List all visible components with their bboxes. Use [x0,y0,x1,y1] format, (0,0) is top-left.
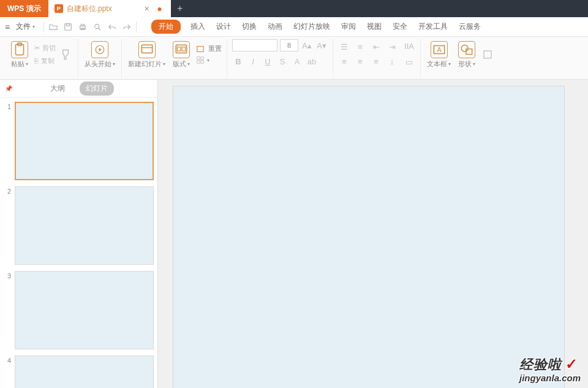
hamburger-icon[interactable]: ≡ [5,22,10,32]
slide-thumbnail[interactable]: 3 [2,271,154,349]
align-center-button[interactable]: ≡ [354,56,366,68]
layout-button[interactable]: 版式▾ [172,40,191,69]
svg-point-22 [461,45,468,51]
clipboard-group: 粘贴▾ ✂ 剪切 ⎘ 复制 [5,39,78,78]
increase-indent-button[interactable]: ⇥ [386,41,398,53]
divider [43,21,44,32]
text-direction-button[interactable]: IIA [403,40,415,53]
strike-button[interactable]: S [276,55,288,67]
font-group: 8 A▴ A▾ B I U S A ab [227,39,333,78]
line-spacing-button[interactable]: ↕ [386,56,398,68]
shapes-icon [458,41,475,58]
new-slide-button[interactable]: 新建幻灯片▾ [127,40,167,69]
tab-close-icon[interactable]: ✕ [144,5,149,13]
pin-icon[interactable]: 📌 [5,85,12,92]
canvas-area[interactable] [158,80,588,388]
save-icon[interactable] [64,23,72,31]
menubar: ≡ 文件 ▾ 开始 插入 设计 切换 动画 幻灯片放映 审阅 视图 [0,17,588,37]
font-color-button[interactable]: A [291,55,303,67]
decrease-font-icon[interactable]: A▾ [315,39,328,51]
slide-list[interactable]: 1 2 3 4 [0,98,157,388]
reset-button[interactable]: 重置 [196,44,222,53]
highlight-button[interactable]: ab [306,55,318,67]
underline-button[interactable]: U [262,55,274,67]
tab-animation[interactable]: 动画 [266,19,284,34]
decrease-indent-button[interactable]: ⇤ [370,41,382,53]
tab-modified-icon: ● [157,4,162,13]
slide-number: 2 [2,186,11,265]
slide-canvas[interactable] [173,86,565,388]
tab-insert[interactable]: 插入 [189,19,206,34]
app-tab-label: WPS 演示 [7,4,41,14]
svg-rect-14 [182,47,185,51]
slide-thumbnail[interactable]: 4 [2,356,154,388]
play-icon [91,41,108,58]
section-button[interactable]: ▾ [196,56,222,64]
new-tab-button[interactable]: + [171,0,189,17]
copy-button[interactable]: ⎘ 复制 [34,56,56,66]
svg-text:A: A [437,46,442,53]
numbering-button[interactable]: ≡ [354,41,366,53]
presentation-file-icon: P [55,4,63,13]
layout-icon [173,41,190,58]
tab-transition[interactable]: 切换 [241,19,258,34]
font-size-select[interactable]: 8 [280,39,298,51]
tab-cloud[interactable]: 云服务 [458,19,482,34]
bullets-button[interactable]: ☰ [338,41,350,53]
tab-view[interactable]: 视图 [366,19,383,34]
document-tab[interactable]: P 自建标位.pptx ✕ ● [48,0,171,17]
titlebar: WPS 演示 P 自建标位.pptx ✕ ● + [0,0,588,17]
slides-tab[interactable]: 幻灯片 [80,82,114,96]
redo-icon[interactable] [123,23,131,31]
file-menu-label: 文件 [16,21,31,32]
align-right-button[interactable]: ≡ [370,56,382,68]
quick-access-toolbar [49,23,131,31]
tab-dev[interactable]: 开发工具 [417,19,449,34]
shapes-button[interactable]: 形状▾ [457,40,477,69]
tab-security[interactable]: 安全 [391,19,409,34]
thumbnail-image [15,186,154,265]
cut-button[interactable]: ✂ 剪切 [34,44,56,53]
font-style-row: B I U S A ab [232,55,318,67]
clipboard-icon [11,41,28,58]
checkmark-icon: ✓ [565,356,578,373]
align-left-button[interactable]: ≡ [338,56,350,68]
align-text-button[interactable]: ▭ [403,56,415,69]
font-family-select[interactable] [232,39,277,51]
svg-line-6 [99,28,101,30]
drawing-group: A 文本框▾ 形状▾ [421,39,499,78]
svg-rect-18 [197,61,200,63]
bold-button[interactable]: B [232,55,244,67]
tab-design[interactable]: 设计 [215,19,232,34]
ribbon: 粘贴▾ ✂ 剪切 ⎘ 复制 从头开始▾ [0,37,588,80]
file-menu[interactable]: 文件 ▾ [12,21,39,32]
increase-font-icon[interactable]: A▴ [301,39,313,51]
tab-review[interactable]: 审阅 [340,19,357,34]
ribbon-tabs: 开始 插入 设计 切换 动画 幻灯片放映 审阅 视图 安全 开发工具 云服务 [151,19,482,34]
format-painter-icon[interactable] [61,48,73,61]
from-beginning-button[interactable]: 从头开始▾ [83,40,116,69]
tab-start[interactable]: 开始 [151,20,181,34]
open-icon[interactable] [49,23,58,31]
slide-thumbnail[interactable]: 1 [2,102,154,180]
more-shapes-icon[interactable] [481,48,494,61]
plus-icon: + [177,3,183,14]
outline-tab[interactable]: 大纲 [44,82,71,96]
paste-button[interactable]: 粘贴▾ [10,40,29,69]
app-tab[interactable]: WPS 演示 [0,0,48,17]
group-spacer [40,70,42,78]
textbox-button[interactable]: A 文本框▾ [426,40,452,69]
svg-rect-16 [197,57,200,59]
svg-rect-23 [466,49,472,55]
svg-rect-3 [81,24,85,26]
italic-button[interactable]: I [247,55,259,67]
textbox-icon: A [431,41,448,58]
svg-rect-19 [201,61,203,63]
watermark-url: jingyanla.com [519,373,581,383]
slide-thumbnail[interactable]: 2 [2,186,154,265]
print-icon[interactable] [78,23,87,31]
print-preview-icon[interactable] [93,23,102,31]
watermark-text: 经验啦 [519,356,562,374]
tab-slideshow[interactable]: 幻灯片放映 [292,19,331,34]
undo-icon[interactable] [108,23,116,31]
